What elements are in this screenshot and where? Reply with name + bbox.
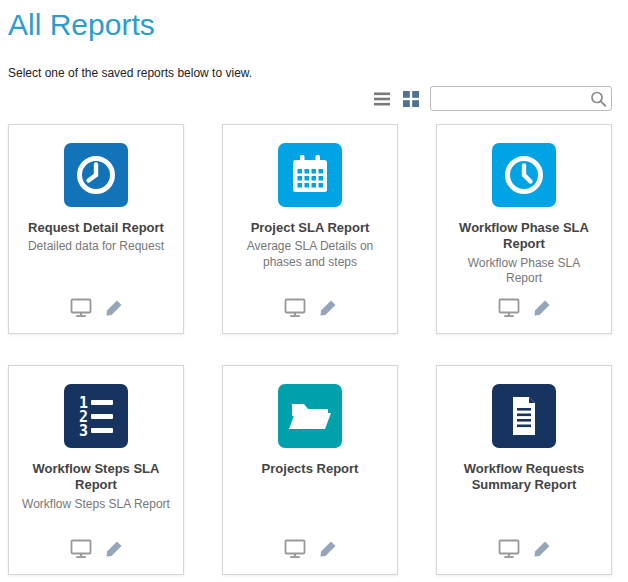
page-title: All Reports	[8, 8, 155, 42]
report-title: Workflow Requests Summary Report	[437, 461, 611, 494]
list-view-icon	[374, 92, 392, 106]
card-footer	[70, 539, 123, 559]
report-card-projects[interactable]: Projects Report	[222, 365, 398, 575]
grid-view-button[interactable]	[403, 91, 419, 107]
grid-view-icon	[403, 91, 419, 107]
report-icon-tile	[278, 143, 342, 207]
view-report-icon[interactable]	[70, 298, 92, 318]
clock-icon	[492, 143, 556, 207]
search-input[interactable]	[430, 86, 612, 111]
report-subtitle: Detailed data for Request	[16, 239, 176, 255]
report-title: Request Detail Report	[14, 220, 178, 236]
edit-report-icon[interactable]	[105, 540, 123, 558]
edit-report-icon[interactable]	[319, 299, 337, 317]
edit-report-icon[interactable]	[533, 299, 551, 317]
reports-grid: Request Detail Report Detailed data for …	[8, 124, 612, 575]
clock-icon	[64, 143, 128, 207]
report-card-workflow-steps-sla[interactable]: 1 2 3 Workflow Steps SLA Report Workflow…	[8, 365, 184, 575]
report-icon-tile	[64, 143, 128, 207]
report-subtitle: Average SLA Details on phases and steps	[223, 239, 397, 270]
search-box	[430, 86, 612, 111]
report-card-request-detail[interactable]: Request Detail Report Detailed data for …	[8, 124, 184, 334]
edit-report-icon[interactable]	[319, 540, 337, 558]
all-reports-page: All Reports Select one of the saved repo…	[0, 0, 628, 582]
calendar-icon	[278, 143, 342, 207]
report-card-project-sla[interactable]: Project SLA Report Average SLA Details o…	[222, 124, 398, 334]
report-icon-tile	[492, 143, 556, 207]
report-title: Projects Report	[248, 461, 373, 477]
card-footer	[498, 298, 551, 318]
report-card-workflow-phase-sla[interactable]: Workflow Phase SLA Report Workflow Phase…	[436, 124, 612, 334]
list-view-button[interactable]	[374, 92, 392, 106]
report-title: Project SLA Report	[237, 220, 384, 236]
report-subtitle: Workflow Phase SLA Report	[437, 256, 611, 287]
numbered-list-icon: 1 2 3	[64, 384, 128, 448]
page-subtitle: Select one of the saved reports below to…	[8, 66, 252, 80]
report-icon-tile	[492, 384, 556, 448]
card-footer	[284, 539, 337, 559]
edit-report-icon[interactable]	[105, 299, 123, 317]
folder-open-icon	[278, 384, 342, 448]
view-toolbar	[374, 86, 612, 111]
view-report-icon[interactable]	[284, 539, 306, 559]
card-footer	[498, 539, 551, 559]
report-title: Workflow Steps SLA Report	[9, 461, 183, 494]
report-icon-tile	[278, 384, 342, 448]
card-footer	[70, 298, 123, 318]
svg-text:3: 3	[79, 422, 88, 440]
report-title: Workflow Phase SLA Report	[437, 220, 611, 253]
search-icon[interactable]	[590, 90, 607, 107]
document-icon	[492, 384, 556, 448]
report-subtitle: Workflow Steps SLA Report	[10, 497, 182, 513]
report-icon-tile: 1 2 3	[64, 384, 128, 448]
view-report-icon[interactable]	[498, 539, 520, 559]
report-card-workflow-requests-summary[interactable]: Workflow Requests Summary Report	[436, 365, 612, 575]
view-report-icon[interactable]	[70, 539, 92, 559]
view-report-icon[interactable]	[498, 298, 520, 318]
card-footer	[284, 298, 337, 318]
edit-report-icon[interactable]	[533, 540, 551, 558]
view-report-icon[interactable]	[284, 298, 306, 318]
